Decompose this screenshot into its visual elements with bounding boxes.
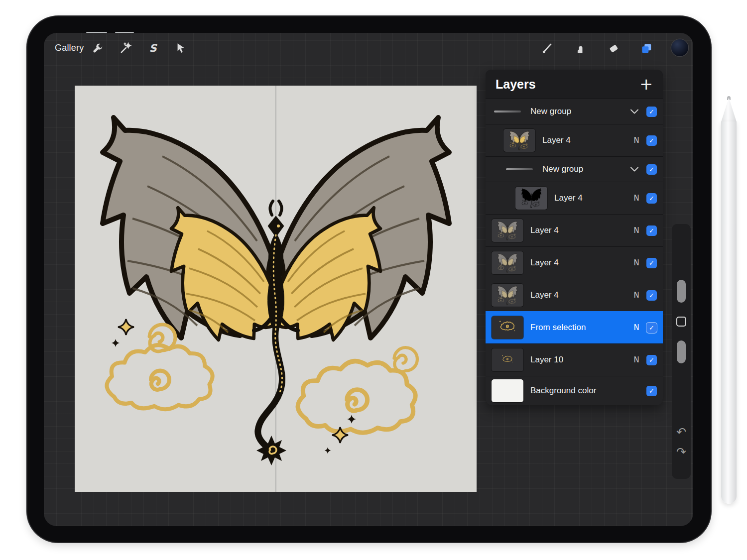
layer-thumbnail[interactable] [492, 100, 523, 123]
blend-mode-badge[interactable]: N [630, 258, 642, 267]
blend-mode-badge[interactable]: N [630, 194, 642, 203]
layer-row[interactable]: Layer 4 N ✓ [486, 182, 663, 214]
chevron-down-icon[interactable] [630, 167, 638, 172]
blend-mode-badge[interactable]: N [630, 226, 642, 235]
layer-name: Layer 4 [530, 258, 630, 268]
redo-icon[interactable]: ↷ [672, 445, 691, 459]
add-layer-button[interactable]: + [639, 76, 653, 92]
indent-spacer [492, 169, 503, 170]
layer-thumbnail[interactable] [492, 348, 523, 371]
color-swatch[interactable] [671, 39, 688, 56]
layer-thumbnail[interactable] [492, 251, 523, 274]
dragon-artwork [75, 86, 477, 492]
eraser-icon[interactable] [604, 38, 623, 58]
modify-button[interactable] [676, 317, 686, 327]
blend-mode-badge[interactable]: N [630, 291, 642, 300]
layer-row[interactable]: Layer 4 N ✓ [486, 214, 663, 246]
layer-name: Layer 4 [542, 135, 630, 145]
layer-row[interactable]: New group ✓ [486, 156, 663, 182]
visibility-checkbox[interactable]: ✓ [646, 225, 657, 236]
layer-name: Layer 4 [554, 193, 630, 203]
layer-row[interactable]: Layer 4 N ✓ [486, 246, 663, 279]
procreate-screen: Gallery S Layers + [44, 33, 693, 526]
layers-title: Layers [496, 77, 639, 92]
layers-panel: Layers + New group ✓ Layer 4 N ✓ New gro [486, 70, 663, 405]
layer-name: Background color [530, 386, 646, 396]
layer-thumbnail[interactable] [492, 316, 523, 339]
layer-row[interactable]: Background color ✓ [486, 376, 663, 405]
undo-icon[interactable]: ↶ [672, 425, 691, 439]
blend-mode-badge[interactable]: N [630, 323, 642, 332]
layer-name: New group [542, 164, 630, 174]
blend-mode-badge[interactable]: N [630, 355, 642, 364]
group-drag-line [494, 111, 521, 112]
visibility-checkbox[interactable]: ✓ [646, 193, 657, 204]
smudge-icon[interactable] [571, 38, 591, 58]
layer-row[interactable]: Layer 10 N ✓ [486, 343, 663, 376]
side-controls: ↶ ↷ [672, 224, 691, 479]
visibility-checkbox[interactable]: ✓ [646, 107, 657, 117]
apple-pencil [721, 121, 737, 504]
layers-list: New group ✓ Layer 4 N ✓ New group ✓ [486, 99, 663, 405]
layer-thumbnail[interactable] [492, 379, 523, 402]
layer-thumbnail[interactable] [515, 187, 547, 210]
visibility-checkbox[interactable]: ✓ [646, 135, 657, 146]
actions-wrench-icon[interactable] [88, 38, 108, 58]
blend-mode-badge[interactable]: N [630, 136, 642, 145]
visibility-checkbox[interactable]: ✓ [646, 290, 657, 301]
indent-spacer [492, 140, 503, 141]
transform-arrow-icon[interactable] [170, 38, 190, 58]
layer-name: Layer 4 [530, 290, 630, 300]
layer-row[interactable]: New group ✓ [486, 99, 663, 124]
layer-row[interactable]: From selection N ✓ [486, 311, 663, 343]
layer-name: Layer 4 [530, 225, 630, 235]
brush-size-slider-handle[interactable] [677, 280, 686, 303]
drawing-canvas[interactable] [75, 86, 477, 492]
brush-icon[interactable] [537, 38, 557, 58]
visibility-checkbox[interactable]: ✓ [646, 258, 657, 268]
layers-icon[interactable] [636, 38, 656, 58]
gallery-button[interactable]: Gallery [55, 43, 84, 53]
chevron-down-icon[interactable] [630, 109, 638, 114]
layer-name: From selection [530, 323, 630, 333]
visibility-checkbox[interactable]: ✓ [646, 386, 657, 396]
layer-row[interactable]: Layer 4 N ✓ [486, 124, 663, 156]
layer-name: Layer 10 [530, 355, 630, 365]
selection-s-icon[interactable]: S [143, 38, 163, 58]
group-drag-line [506, 168, 533, 170]
indent-spacer [492, 198, 515, 199]
layer-thumbnail[interactable] [492, 219, 523, 242]
visibility-checkbox[interactable]: ✓ [646, 323, 657, 333]
layer-thumbnail[interactable] [492, 284, 523, 307]
layers-panel-header: Layers + [486, 70, 663, 99]
adjustments-wand-icon[interactable] [116, 38, 135, 58]
visibility-checkbox[interactable]: ✓ [646, 164, 657, 175]
layer-thumbnail[interactable] [503, 129, 535, 152]
layer-row[interactable]: Layer 4 N ✓ [486, 279, 663, 311]
apple-pencil-tip [721, 98, 737, 122]
selection-letter: S [149, 42, 156, 54]
visibility-checkbox[interactable]: ✓ [646, 355, 657, 365]
opacity-slider-handle[interactable] [677, 340, 686, 363]
layer-name: New group [530, 107, 630, 116]
layer-thumbnail[interactable] [503, 158, 535, 181]
